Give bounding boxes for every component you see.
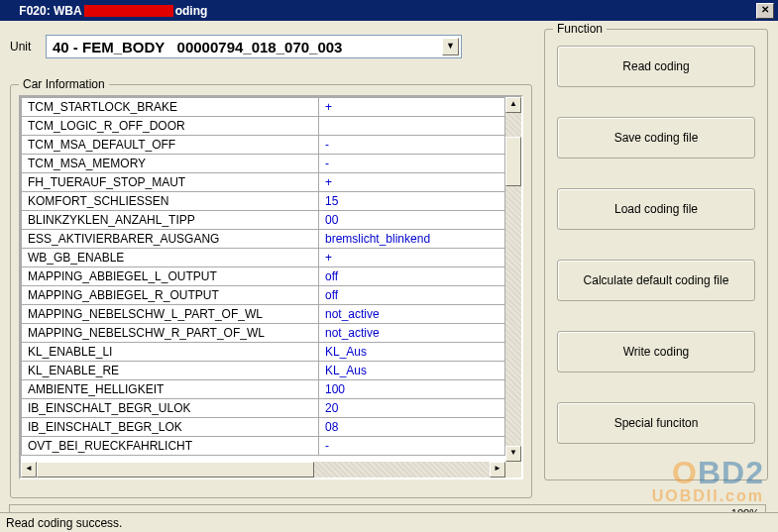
param-value-cell: off xyxy=(319,286,505,305)
table-row[interactable]: ESS_AKTIVIERBARER_AUSGANGbremslicht_blin… xyxy=(22,230,505,249)
table-row[interactable]: KOMFORT_SCHLIESSEN15 xyxy=(22,192,505,211)
v-scroll-track[interactable] xyxy=(505,113,521,446)
chevron-down-icon[interactable]: ▼ xyxy=(442,38,459,55)
unit-select[interactable]: 40 - FEM_BODY 00000794_018_070_003 ▼ xyxy=(46,35,462,58)
param-value-cell: - xyxy=(319,155,505,173)
param-value-cell: 100 xyxy=(319,380,505,399)
scroll-corner xyxy=(505,462,521,478)
param-value-cell: 15 xyxy=(319,192,505,211)
table-row[interactable]: MAPPING_NEBELSCHW_R_PART_OF_WLnot_active xyxy=(22,324,505,343)
param-value-cell: bremslicht_blinkend xyxy=(319,230,505,249)
param-name-cell: IB_EINSCHALT_BEGR_ULOK xyxy=(22,399,319,418)
table-row[interactable]: KL_ENABLE_REKL_Aus xyxy=(22,362,505,380)
scroll-down-icon[interactable]: ▼ xyxy=(505,446,521,462)
table-row[interactable]: TCM_LOGIC_R_OFF_DOOR xyxy=(22,117,505,136)
vertical-scrollbar[interactable]: ▲ ▼ xyxy=(505,97,521,462)
write-coding-button[interactable]: Write coding xyxy=(557,331,755,372)
car-information-group: Car Information TCM_STARTLOCK_BRAKE+TCM_… xyxy=(10,84,532,498)
param-value-cell: off xyxy=(319,267,505,286)
param-name-cell: MAPPING_ABBIEGEL_R_OUTPUT xyxy=(22,286,319,305)
car-information-title: Car Information xyxy=(19,77,109,91)
param-name-cell: ESS_AKTIVIERBARER_AUSGANG xyxy=(22,230,319,249)
table-row[interactable]: FH_TUERAUF_STOP_MAUT+ xyxy=(22,173,505,192)
scroll-right-icon[interactable]: ► xyxy=(490,462,505,478)
param-value-cell: - xyxy=(319,437,505,456)
table-row[interactable]: MAPPING_NEBELSCHW_L_PART_OF_WLnot_active xyxy=(22,305,505,324)
param-name-cell: KL_ENABLE_LI xyxy=(22,343,319,362)
status-text: Read coding success. xyxy=(6,516,122,530)
titlebar: F020: WBAoding ✕ xyxy=(0,0,778,21)
table-row[interactable]: BLINKZYKLEN_ANZAHL_TIPP00 xyxy=(22,211,505,230)
title-redacted xyxy=(84,5,173,17)
param-name-cell: KOMFORT_SCHLIESSEN xyxy=(22,192,319,211)
unit-label: Unit xyxy=(10,40,38,53)
table-row[interactable]: MAPPING_ABBIEGEL_L_OUTPUToff xyxy=(22,267,505,286)
table-row[interactable]: WB_GB_ENABLE+ xyxy=(22,249,505,267)
param-name-cell: KL_ENABLE_RE xyxy=(22,362,319,380)
param-name-cell: MAPPING_NEBELSCHW_R_PART_OF_WL xyxy=(22,324,319,343)
param-value-cell: 08 xyxy=(319,418,505,437)
table-row[interactable]: TCM_MSA_DEFAULT_OFF- xyxy=(22,136,505,155)
param-name-cell: IB_EINSCHALT_BEGR_LOK xyxy=(22,418,319,437)
table-row[interactable]: IB_EINSCHALT_BEGR_LOK08 xyxy=(22,418,505,437)
grid-viewport: TCM_STARTLOCK_BRAKE+TCM_LOGIC_R_OFF_DOOR… xyxy=(21,97,505,462)
table-row[interactable]: MAPPING_ABBIEGEL_R_OUTPUToff xyxy=(22,286,505,305)
function-group-title: Function xyxy=(553,22,607,36)
param-name-cell: MAPPING_NEBELSCHW_L_PART_OF_WL xyxy=(22,305,319,324)
table-row[interactable]: IB_EINSCHALT_BEGR_ULOK20 xyxy=(22,399,505,418)
param-name-cell: TCM_STARTLOCK_BRAKE xyxy=(22,98,319,117)
window-buttons: ✕ xyxy=(756,3,774,19)
scroll-up-icon[interactable]: ▲ xyxy=(505,97,521,113)
param-value-cell: + xyxy=(319,98,505,117)
scroll-left-icon[interactable]: ◄ xyxy=(21,462,37,478)
param-value-cell: + xyxy=(319,249,505,267)
param-value-cell: 00 xyxy=(319,211,505,230)
table-row[interactable]: TCM_STARTLOCK_BRAKE+ xyxy=(22,98,505,117)
v-scroll-thumb[interactable] xyxy=(505,137,521,186)
h-scroll-thumb[interactable] xyxy=(37,462,314,478)
statusbar: Read coding success. xyxy=(0,512,778,532)
param-name-cell: MAPPING_ABBIEGEL_L_OUTPUT xyxy=(22,267,319,286)
param-value-cell: not_active xyxy=(319,324,505,343)
param-value-cell: KL_Aus xyxy=(319,343,505,362)
param-name-cell: BLINKZYKLEN_ANZAHL_TIPP xyxy=(22,211,319,230)
function-group: Function Read coding Save coding file Lo… xyxy=(544,29,768,480)
param-name-cell: TCM_LOGIC_R_OFF_DOOR xyxy=(22,117,319,136)
param-value-cell: not_active xyxy=(319,305,505,324)
param-name-cell: TCM_MSA_MEMORY xyxy=(22,155,319,173)
calculate-default-button[interactable]: Calculate default coding file xyxy=(557,260,755,301)
read-coding-button[interactable]: Read coding xyxy=(557,46,755,87)
table-row[interactable]: TCM_MSA_MEMORY- xyxy=(22,155,505,173)
param-value-cell: + xyxy=(319,173,505,192)
param-value-cell xyxy=(319,117,505,136)
param-name-cell: AMBIENTE_HELLIGKEIT xyxy=(22,380,319,399)
load-coding-file-button[interactable]: Load coding file xyxy=(557,188,755,230)
parameter-grid: TCM_STARTLOCK_BRAKE+TCM_LOGIC_R_OFF_DOOR… xyxy=(19,95,523,479)
table-row[interactable]: KL_ENABLE_LIKL_Aus xyxy=(22,343,505,362)
special-function-button[interactable]: Special funciton xyxy=(557,402,755,444)
save-coding-file-button[interactable]: Save coding file xyxy=(557,117,755,159)
param-value-cell: 20 xyxy=(319,399,505,418)
param-name-cell: TCM_MSA_DEFAULT_OFF xyxy=(22,136,319,155)
param-name-cell: OVT_BEI_RUECKFAHRLICHT xyxy=(22,437,319,456)
param-value-cell: KL_Aus xyxy=(319,362,505,380)
table-row[interactable]: OVT_BEI_RUECKFAHRLICHT- xyxy=(22,437,505,456)
table-row[interactable]: AMBIENTE_HELLIGKEIT100 xyxy=(22,380,505,399)
close-button[interactable]: ✕ xyxy=(756,3,774,19)
param-name-cell: FH_TUERAUF_STOP_MAUT xyxy=(22,173,319,192)
param-value-cell: - xyxy=(319,136,505,155)
h-scroll-track[interactable] xyxy=(37,462,490,478)
horizontal-scrollbar[interactable]: ◄ ► xyxy=(21,462,505,478)
unit-selected-text: 40 - FEM_BODY 00000794_018_070_003 xyxy=(53,39,342,55)
param-name-cell: WB_GB_ENABLE xyxy=(22,249,319,267)
